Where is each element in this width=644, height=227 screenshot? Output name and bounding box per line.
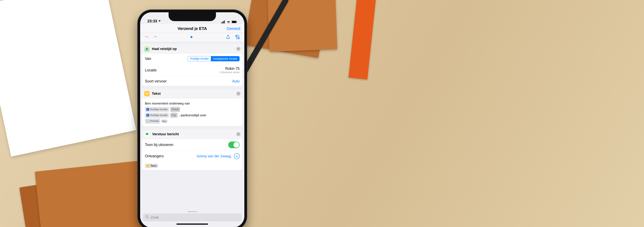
page-title: Verzend je ETA [178, 26, 207, 31]
location-services-icon [158, 19, 161, 23]
svg-rect-0 [221, 22, 222, 23]
background-leather [267, 0, 337, 51]
show-when-run-toggle[interactable] [228, 142, 240, 148]
search-field[interactable]: Zoek [143, 214, 242, 221]
variable-chip-city[interactable]: City [170, 113, 178, 118]
text-body[interactable]: Ben momenteel onderweg van 📍Huidige loca… [142, 98, 242, 126]
svg-rect-5 [232, 21, 236, 23]
svg-point-10 [238, 38, 239, 39]
add-recipient-button[interactable]: + [234, 153, 240, 159]
transport-label: Soort vervoer [145, 79, 167, 83]
workflow-canvas[interactable]: Haal reistijd op ✕ Van Huidige locatie A… [140, 42, 244, 210]
play-button[interactable] [189, 34, 194, 40]
card-close-button[interactable]: ✕ [236, 132, 240, 136]
svg-rect-1 [222, 22, 223, 23]
text-line: Ben momenteel onderweg van [145, 101, 240, 106]
undo-button[interactable] [144, 34, 150, 40]
message-content-variable[interactable]: Tekst [145, 164, 158, 168]
variable-chip-current-location[interactable]: 📍Huidige locatie [145, 113, 169, 118]
iphone-frame: 23:33 Verzend je ETA Gereed [137, 9, 247, 227]
action-card-text[interactable]: Tekst ✕ Ben momenteel onderweg van 📍Huid… [142, 89, 242, 126]
redo-button[interactable] [152, 34, 158, 40]
variable-chip-street[interactable]: Street [170, 107, 180, 112]
svg-point-8 [236, 35, 237, 36]
card-title: Tekst [152, 92, 161, 96]
screen: 23:33 Verzend je ETA Gereed [140, 12, 244, 227]
card-title: Verstuur bericht [152, 132, 179, 136]
svg-text:min: min [162, 120, 164, 121]
card-close-button[interactable]: ✕ [236, 91, 240, 96]
transport-value-button[interactable]: Auto [232, 79, 240, 83]
recipient-chip[interactable]: Gonny van der Zwaag, [196, 154, 232, 158]
from-label: Van [145, 57, 151, 61]
svg-point-13 [146, 216, 148, 218]
search-placeholder: Zoek [150, 215, 159, 220]
show-when-run-label: Toon bij uitvoeren [145, 143, 173, 147]
variable-chip-duration-icon[interactable]: minsoon [161, 120, 167, 123]
search-icon [145, 215, 149, 220]
wifi-icon [227, 20, 230, 23]
cellular-signal-icon [221, 20, 226, 23]
battery-icon [232, 21, 237, 23]
action-card-travel-time[interactable]: Haal reistijd op ✕ Van Huidige locatie A… [142, 44, 242, 86]
bottom-area: Zoek [140, 210, 244, 227]
svg-rect-2 [223, 21, 224, 23]
svg-rect-3 [224, 20, 225, 23]
text-fragment: , aankomsttijd over [179, 113, 206, 118]
share-button[interactable] [226, 34, 231, 40]
text-icon [144, 91, 150, 96]
variable-chip-current-location[interactable]: 📍Huidige locatie [145, 107, 169, 112]
drag-indicator[interactable] [188, 211, 197, 212]
location-value-button[interactable]: Rokin 75 Onbekend adres [220, 66, 240, 74]
settings-toggle-button[interactable] [235, 34, 240, 40]
notch [168, 12, 216, 21]
home-indicator[interactable] [176, 224, 208, 225]
svg-text:soon: soon [165, 121, 166, 122]
messages-icon [144, 131, 150, 137]
maps-icon [144, 46, 150, 51]
action-card-send-message[interactable]: Verstuur bericht ✕ Toon bij uitvoeren On… [142, 129, 242, 170]
recipients-label: Ontvangers [145, 154, 164, 158]
segment-current-location[interactable]: Huidige locatie [188, 56, 211, 61]
location-source-segmented[interactable]: Huidige locatie Aangepaste locatie [188, 56, 240, 61]
svg-rect-6 [236, 21, 237, 22]
card-close-button[interactable]: ✕ [236, 47, 240, 51]
done-button[interactable]: Gereed [226, 26, 240, 31]
toolbar [140, 33, 244, 42]
svg-line-14 [148, 217, 148, 218]
variable-chip-travel-time[interactable]: ⏱Reistijd [145, 119, 160, 124]
status-time: 23:33 [148, 19, 157, 23]
location-label: Locatie [145, 68, 156, 72]
navigation-bar: Verzend je ETA Gereed [140, 24, 244, 33]
segment-custom-location[interactable]: Aangepaste locatie [211, 56, 240, 61]
card-title: Haal reistijd op [152, 47, 177, 51]
